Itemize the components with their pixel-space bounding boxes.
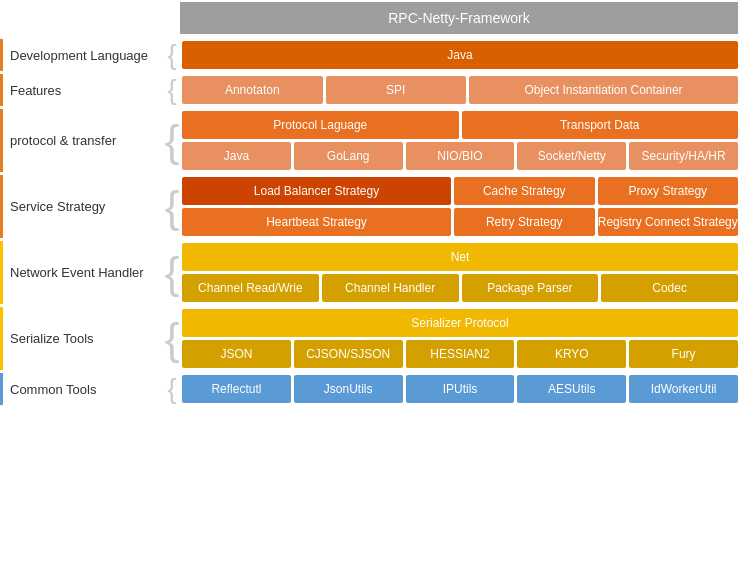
title-area: RPC-Netty-Framework: [0, 0, 738, 36]
box-serialize-1-2: HESSIAN2: [406, 340, 515, 368]
box-features-0-1: SPI: [326, 76, 467, 104]
box-common-tools-0-3: AESUtils: [517, 375, 626, 403]
box-common-tools-0-2: IPUtils: [406, 375, 515, 403]
box-service-strategy-1-0: Heartbeat Strategy: [182, 208, 451, 236]
section-content-service-strategy: Load Balancer StrategyCache StrategyProx…: [179, 175, 738, 238]
section-label-service-strategy: Service Strategy: [0, 175, 165, 238]
row-serialize-0: Serializer Protocol: [182, 309, 738, 337]
row-common-tools-0: ReflectutlJsonUtilsIPUtilsAESUtilsIdWork…: [182, 375, 738, 403]
section-service-strategy: Service Strategy{Load Balancer StrategyC…: [0, 175, 738, 238]
accent-bar-serialize: [0, 307, 3, 370]
accent-bar-service-strategy: [0, 175, 3, 238]
section-label-common-tools: Common Tools: [0, 373, 165, 405]
box-network-event-0-0: Net: [182, 243, 738, 271]
box-protocol-0-0: Protocol Laguage: [182, 111, 459, 139]
box-network-event-1-3: Codec: [601, 274, 738, 302]
box-common-tools-0-4: IdWorkerUtil: [629, 375, 738, 403]
section-label-protocol: protocol & transfer: [0, 109, 165, 172]
box-protocol-1-2: NIO/BIO: [406, 142, 515, 170]
section-label-serialize: Serialize Tools: [0, 307, 165, 370]
row-protocol-1: JavaGoLangNIO/BIOSocket/NettySecurity/HA…: [182, 142, 738, 170]
box-protocol-0-1: Transport Data: [462, 111, 739, 139]
row-dev-lang-0: Java: [182, 41, 738, 69]
section-features: Features{AnnotatonSPIObject Instantiatio…: [0, 74, 738, 106]
section-label-text-common-tools: Common Tools: [10, 382, 96, 397]
box-protocol-1-3: Socket/Netty: [517, 142, 626, 170]
main-container: RPC-Netty-Framework Development Language…: [0, 0, 738, 405]
section-label-text-protocol: protocol & transfer: [10, 133, 116, 148]
box-service-strategy-0-1: Cache Strategy: [454, 177, 595, 205]
box-network-event-1-1: Channel Handler: [322, 274, 459, 302]
box-protocol-1-4: Security/HA/HR: [629, 142, 738, 170]
brace-features: {: [165, 74, 179, 106]
title-content: RPC-Netty-Framework: [180, 0, 738, 36]
row-serialize-1: JSONCJSON/SJSONHESSIAN2KRYOFury: [182, 340, 738, 368]
box-service-strategy-1-1: Retry Strategy: [454, 208, 595, 236]
accent-bar-common-tools: [0, 373, 3, 405]
box-features-0-2: Object Instantiation Container: [469, 76, 738, 104]
box-features-0-0: Annotaton: [182, 76, 323, 104]
brace-protocol: {: [165, 109, 179, 172]
section-label-text-network-event: Network Event Handler: [10, 265, 144, 280]
section-label-text-dev-lang: Development Language: [10, 48, 148, 63]
box-dev-lang-0-0: Java: [182, 41, 738, 69]
brace-network-event: {: [165, 241, 179, 304]
section-label-features: Features: [0, 74, 165, 106]
box-common-tools-0-0: Reflectutl: [182, 375, 291, 403]
accent-bar-features: [0, 74, 3, 106]
row-network-event-1: Channel Read/WrieChannel HandlerPackage …: [182, 274, 738, 302]
brace-dev-lang: {: [165, 39, 179, 71]
row-network-event-0: Net: [182, 243, 738, 271]
box-serialize-1-4: Fury: [629, 340, 738, 368]
brace-common-tools: {: [165, 373, 179, 405]
box-serialize-0-0: Serializer Protocol: [182, 309, 738, 337]
sections-container: Development Language{JavaFeatures{Annota…: [0, 39, 738, 405]
section-common-tools: Common Tools{ReflectutlJsonUtilsIPUtilsA…: [0, 373, 738, 405]
box-protocol-1-1: GoLang: [294, 142, 403, 170]
row-service-strategy-0: Load Balancer StrategyCache StrategyProx…: [182, 177, 738, 205]
section-dev-lang: Development Language{Java: [0, 39, 738, 71]
brace-serialize: {: [165, 307, 179, 370]
section-content-network-event: NetChannel Read/WrieChannel HandlerPacka…: [179, 241, 738, 304]
box-serialize-1-3: KRYO: [517, 340, 626, 368]
accent-bar-network-event: [0, 241, 3, 304]
box-network-event-1-0: Channel Read/Wrie: [182, 274, 319, 302]
section-label-text-serialize: Serialize Tools: [10, 331, 94, 346]
brace-service-strategy: {: [165, 175, 179, 238]
section-label-dev-lang: Development Language: [0, 39, 165, 71]
section-content-features: AnnotatonSPIObject Instantiation Contain…: [179, 74, 738, 106]
row-protocol-0: Protocol LaguageTransport Data: [182, 111, 738, 139]
box-serialize-1-0: JSON: [182, 340, 291, 368]
framework-title: RPC-Netty-Framework: [180, 2, 738, 34]
section-network-event: Network Event Handler{NetChannel Read/Wr…: [0, 241, 738, 304]
box-service-strategy-0-2: Proxy Strategy: [598, 177, 739, 205]
section-label-text-service-strategy: Service Strategy: [10, 199, 105, 214]
accent-bar-protocol: [0, 109, 3, 172]
title-spacer: [0, 0, 180, 36]
box-common-tools-0-1: JsonUtils: [294, 375, 403, 403]
box-serialize-1-1: CJSON/SJSON: [294, 340, 403, 368]
section-content-dev-lang: Java: [179, 39, 738, 71]
section-content-common-tools: ReflectutlJsonUtilsIPUtilsAESUtilsIdWork…: [179, 373, 738, 405]
accent-bar-dev-lang: [0, 39, 3, 71]
section-content-serialize: Serializer ProtocolJSONCJSON/SJSONHESSIA…: [179, 307, 738, 370]
box-protocol-1-0: Java: [182, 142, 291, 170]
section-content-protocol: Protocol LaguageTransport DataJavaGoLang…: [179, 109, 738, 172]
section-label-network-event: Network Event Handler: [0, 241, 165, 304]
section-serialize: Serialize Tools{Serializer ProtocolJSONC…: [0, 307, 738, 370]
section-protocol: protocol & transfer{Protocol LaguageTran…: [0, 109, 738, 172]
box-service-strategy-1-2: Registry Connect Strategy: [598, 208, 739, 236]
box-network-event-1-2: Package Parser: [462, 274, 599, 302]
row-features-0: AnnotatonSPIObject Instantiation Contain…: [182, 76, 738, 104]
section-label-text-features: Features: [10, 83, 61, 98]
box-service-strategy-0-0: Load Balancer Strategy: [182, 177, 451, 205]
row-service-strategy-1: Heartbeat StrategyRetry StrategyRegistry…: [182, 208, 738, 236]
